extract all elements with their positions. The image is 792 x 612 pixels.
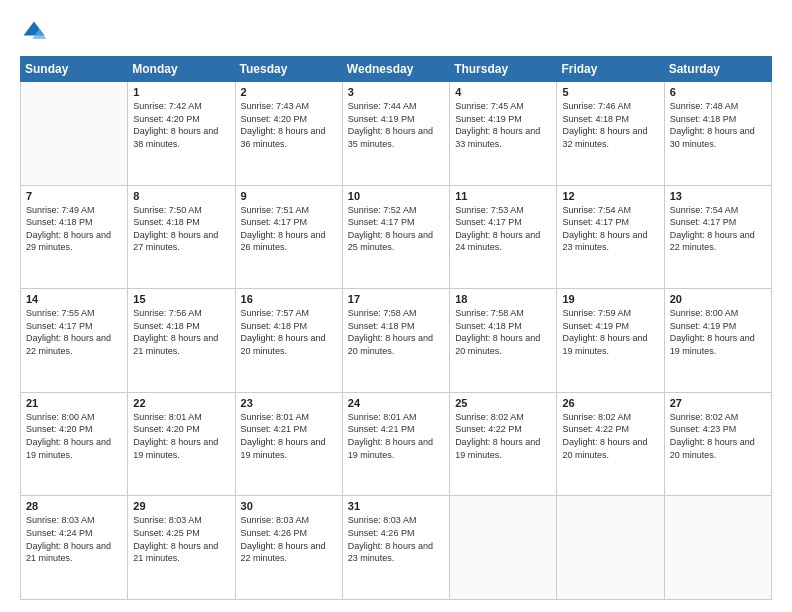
calendar-cell: 18Sunrise: 7:58 AMSunset: 4:18 PMDayligh… [450,289,557,393]
day-number: 7 [26,190,122,202]
calendar-cell: 5Sunrise: 7:46 AMSunset: 4:18 PMDaylight… [557,82,664,186]
calendar-cell [557,496,664,600]
day-number: 20 [670,293,766,305]
calendar-cell: 1Sunrise: 7:42 AMSunset: 4:20 PMDaylight… [128,82,235,186]
day-info: Sunrise: 7:59 AMSunset: 4:19 PMDaylight:… [562,307,658,357]
calendar-cell: 12Sunrise: 7:54 AMSunset: 4:17 PMDayligh… [557,185,664,289]
day-info: Sunrise: 8:02 AMSunset: 4:22 PMDaylight:… [562,411,658,461]
day-info: Sunrise: 7:46 AMSunset: 4:18 PMDaylight:… [562,100,658,150]
day-number: 15 [133,293,229,305]
calendar-week-row: 1Sunrise: 7:42 AMSunset: 4:20 PMDaylight… [21,82,772,186]
day-info: Sunrise: 7:48 AMSunset: 4:18 PMDaylight:… [670,100,766,150]
day-number: 31 [348,500,444,512]
day-info: Sunrise: 7:57 AMSunset: 4:18 PMDaylight:… [241,307,337,357]
day-info: Sunrise: 7:55 AMSunset: 4:17 PMDaylight:… [26,307,122,357]
calendar-cell: 3Sunrise: 7:44 AMSunset: 4:19 PMDaylight… [342,82,449,186]
calendar-cell: 14Sunrise: 7:55 AMSunset: 4:17 PMDayligh… [21,289,128,393]
day-number: 28 [26,500,122,512]
calendar-cell: 31Sunrise: 8:03 AMSunset: 4:26 PMDayligh… [342,496,449,600]
day-info: Sunrise: 8:03 AMSunset: 4:26 PMDaylight:… [348,514,444,564]
day-info: Sunrise: 7:58 AMSunset: 4:18 PMDaylight:… [348,307,444,357]
calendar-cell: 6Sunrise: 7:48 AMSunset: 4:18 PMDaylight… [664,82,771,186]
day-number: 16 [241,293,337,305]
calendar-cell [21,82,128,186]
calendar-cell: 19Sunrise: 7:59 AMSunset: 4:19 PMDayligh… [557,289,664,393]
calendar-cell: 2Sunrise: 7:43 AMSunset: 4:20 PMDaylight… [235,82,342,186]
calendar-cell: 10Sunrise: 7:52 AMSunset: 4:17 PMDayligh… [342,185,449,289]
day-info: Sunrise: 8:01 AMSunset: 4:21 PMDaylight:… [241,411,337,461]
page: SundayMondayTuesdayWednesdayThursdayFrid… [0,0,792,612]
calendar-cell [664,496,771,600]
header [20,18,772,46]
day-number: 11 [455,190,551,202]
day-info: Sunrise: 8:03 AMSunset: 4:25 PMDaylight:… [133,514,229,564]
day-info: Sunrise: 8:03 AMSunset: 4:24 PMDaylight:… [26,514,122,564]
day-info: Sunrise: 7:49 AMSunset: 4:18 PMDaylight:… [26,204,122,254]
calendar-table: SundayMondayTuesdayWednesdayThursdayFrid… [20,56,772,600]
day-info: Sunrise: 8:01 AMSunset: 4:20 PMDaylight:… [133,411,229,461]
day-info: Sunrise: 8:03 AMSunset: 4:26 PMDaylight:… [241,514,337,564]
day-info: Sunrise: 7:42 AMSunset: 4:20 PMDaylight:… [133,100,229,150]
calendar-cell: 23Sunrise: 8:01 AMSunset: 4:21 PMDayligh… [235,392,342,496]
day-number: 30 [241,500,337,512]
calendar-day-header: Wednesday [342,57,449,82]
day-number: 8 [133,190,229,202]
calendar-day-header: Monday [128,57,235,82]
day-info: Sunrise: 7:51 AMSunset: 4:17 PMDaylight:… [241,204,337,254]
calendar-cell: 17Sunrise: 7:58 AMSunset: 4:18 PMDayligh… [342,289,449,393]
day-number: 3 [348,86,444,98]
calendar-cell: 7Sunrise: 7:49 AMSunset: 4:18 PMDaylight… [21,185,128,289]
day-info: Sunrise: 8:02 AMSunset: 4:22 PMDaylight:… [455,411,551,461]
calendar-cell: 27Sunrise: 8:02 AMSunset: 4:23 PMDayligh… [664,392,771,496]
calendar-cell: 24Sunrise: 8:01 AMSunset: 4:21 PMDayligh… [342,392,449,496]
calendar-cell: 26Sunrise: 8:02 AMSunset: 4:22 PMDayligh… [557,392,664,496]
calendar-cell: 15Sunrise: 7:56 AMSunset: 4:18 PMDayligh… [128,289,235,393]
day-info: Sunrise: 7:54 AMSunset: 4:17 PMDaylight:… [670,204,766,254]
calendar-day-header: Friday [557,57,664,82]
day-number: 14 [26,293,122,305]
calendar-cell: 9Sunrise: 7:51 AMSunset: 4:17 PMDaylight… [235,185,342,289]
day-number: 21 [26,397,122,409]
day-number: 18 [455,293,551,305]
calendar-day-header: Thursday [450,57,557,82]
day-info: Sunrise: 7:44 AMSunset: 4:19 PMDaylight:… [348,100,444,150]
day-info: Sunrise: 7:56 AMSunset: 4:18 PMDaylight:… [133,307,229,357]
calendar-week-row: 28Sunrise: 8:03 AMSunset: 4:24 PMDayligh… [21,496,772,600]
calendar-cell: 8Sunrise: 7:50 AMSunset: 4:18 PMDaylight… [128,185,235,289]
day-info: Sunrise: 7:54 AMSunset: 4:17 PMDaylight:… [562,204,658,254]
calendar-cell: 13Sunrise: 7:54 AMSunset: 4:17 PMDayligh… [664,185,771,289]
calendar-week-row: 14Sunrise: 7:55 AMSunset: 4:17 PMDayligh… [21,289,772,393]
day-number: 6 [670,86,766,98]
day-number: 12 [562,190,658,202]
calendar-week-row: 7Sunrise: 7:49 AMSunset: 4:18 PMDaylight… [21,185,772,289]
day-number: 19 [562,293,658,305]
calendar-cell: 29Sunrise: 8:03 AMSunset: 4:25 PMDayligh… [128,496,235,600]
day-number: 23 [241,397,337,409]
logo-icon [20,18,48,46]
calendar-week-row: 21Sunrise: 8:00 AMSunset: 4:20 PMDayligh… [21,392,772,496]
day-info: Sunrise: 8:02 AMSunset: 4:23 PMDaylight:… [670,411,766,461]
logo [20,18,52,46]
day-info: Sunrise: 7:43 AMSunset: 4:20 PMDaylight:… [241,100,337,150]
day-info: Sunrise: 7:52 AMSunset: 4:17 PMDaylight:… [348,204,444,254]
day-number: 22 [133,397,229,409]
day-number: 4 [455,86,551,98]
calendar-cell: 16Sunrise: 7:57 AMSunset: 4:18 PMDayligh… [235,289,342,393]
day-info: Sunrise: 7:50 AMSunset: 4:18 PMDaylight:… [133,204,229,254]
calendar-cell: 25Sunrise: 8:02 AMSunset: 4:22 PMDayligh… [450,392,557,496]
day-number: 25 [455,397,551,409]
calendar-cell: 30Sunrise: 8:03 AMSunset: 4:26 PMDayligh… [235,496,342,600]
day-number: 29 [133,500,229,512]
calendar-day-header: Tuesday [235,57,342,82]
calendar-cell: 22Sunrise: 8:01 AMSunset: 4:20 PMDayligh… [128,392,235,496]
calendar-cell: 21Sunrise: 8:00 AMSunset: 4:20 PMDayligh… [21,392,128,496]
day-number: 5 [562,86,658,98]
calendar-cell [450,496,557,600]
day-number: 26 [562,397,658,409]
day-info: Sunrise: 7:45 AMSunset: 4:19 PMDaylight:… [455,100,551,150]
day-number: 9 [241,190,337,202]
day-number: 10 [348,190,444,202]
calendar-cell: 11Sunrise: 7:53 AMSunset: 4:17 PMDayligh… [450,185,557,289]
calendar-day-header: Sunday [21,57,128,82]
day-number: 2 [241,86,337,98]
